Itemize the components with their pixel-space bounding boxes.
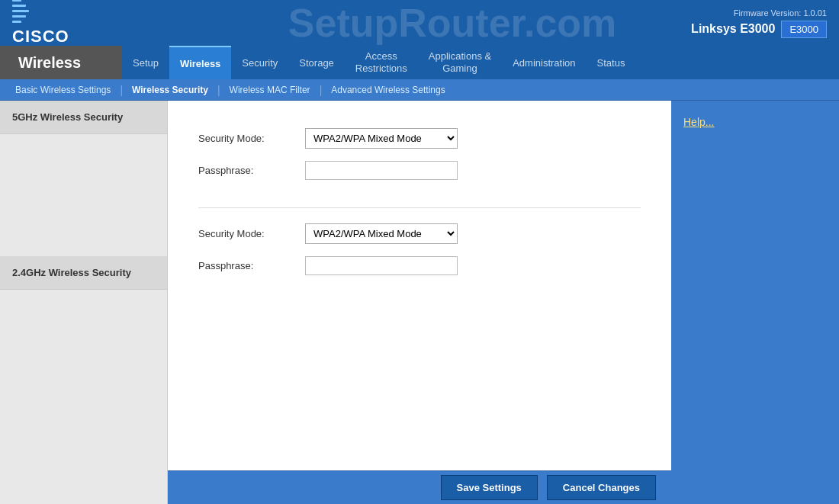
tab-applications-gaming[interactable]: Applications &Gaming <box>418 46 502 79</box>
form-area: Security Mode: Disabled WPA Personal WPA… <box>168 101 671 470</box>
device-model: E3000 <box>781 21 827 38</box>
form-row-passphrase-24ghz: Passphrase: <box>198 256 641 275</box>
tab-setup[interactable]: Setup <box>122 46 169 79</box>
security-mode-select-24ghz[interactable]: Disabled WPA Personal WPA2 Personal WPA2… <box>305 223 458 244</box>
cisco-logo: CISCO <box>12 0 69 47</box>
content: Security Mode: Disabled WPA Personal WPA… <box>168 101 671 504</box>
tab-administration[interactable]: Administration <box>502 46 586 79</box>
help-panel: Help... <box>671 101 839 504</box>
page-title: Wireless <box>0 46 122 79</box>
sub-nav: Basic Wireless Settings | Wireless Secur… <box>0 79 839 101</box>
nav-row: Wireless Setup Wireless Security Storage… <box>0 46 839 79</box>
tab-status[interactable]: Status <box>587 46 636 79</box>
cisco-bar-3 <box>12 15 26 18</box>
passphrase-label-5ghz: Passphrase: <box>198 165 305 176</box>
cisco-bars-icon <box>12 0 29 24</box>
watermark: SetupRouter.com <box>288 0 617 46</box>
cisco-bar-0 <box>12 0 21 2</box>
footer: Save Settings Cancel Changes <box>168 470 671 504</box>
tab-security[interactable]: Security <box>231 46 288 79</box>
cisco-bar-2 <box>12 10 29 12</box>
cisco-bar-1 <box>12 5 26 7</box>
security-mode-select-5ghz[interactable]: Disabled WPA Personal WPA2 Personal WPA2… <box>305 128 458 149</box>
header: CISCO SetupRouter.com Firmware Version: … <box>0 0 839 46</box>
sidebar-item-5ghz[interactable]: 5GHz Wireless Security <box>0 101 167 134</box>
sidebar: 5GHz Wireless Security 2.4GHz Wireless S… <box>0 101 168 504</box>
sidebar-item-24ghz[interactable]: 2.4GHz Wireless Security <box>0 256 167 290</box>
cancel-changes-button[interactable]: Cancel Changes <box>547 475 656 500</box>
header-right: Firmware Version: 1.0.01 Linksys E3000 E… <box>691 8 827 38</box>
passphrase-label-24ghz: Passphrase: <box>198 260 305 271</box>
tab-storage[interactable]: Storage <box>288 46 345 79</box>
cisco-logo-text: CISCO <box>12 27 69 47</box>
help-link[interactable]: Help... <box>683 116 714 128</box>
subnav-wireless-security[interactable]: Wireless Security <box>123 85 217 95</box>
tab-wireless[interactable]: Wireless <box>169 46 231 79</box>
main: 5GHz Wireless Security 2.4GHz Wireless S… <box>0 101 839 504</box>
passphrase-input-24ghz[interactable] <box>305 256 458 275</box>
nav-tabs: Setup Wireless Security Storage AccessRe… <box>122 46 839 79</box>
subnav-advanced-wireless[interactable]: Advanced Wireless Settings <box>322 85 454 95</box>
security-mode-label-24ghz: Security Mode: <box>198 228 305 239</box>
firmware-version: Firmware Version: 1.0.01 <box>734 8 827 18</box>
section-24ghz: Security Mode: Disabled WPA Personal WPA… <box>198 223 641 303</box>
tab-access-restrictions[interactable]: AccessRestrictions <box>345 46 418 79</box>
form-row-passphrase-5ghz: Passphrase: <box>198 161 641 180</box>
subnav-basic-wireless[interactable]: Basic Wireless Settings <box>6 85 120 95</box>
cisco-bar-4 <box>12 21 21 23</box>
device-info: Linksys E3000 E3000 <box>691 21 827 38</box>
passphrase-input-5ghz[interactable] <box>305 161 458 180</box>
device-name: Linksys E3000 <box>691 22 775 36</box>
form-row-security-mode-5ghz: Security Mode: Disabled WPA Personal WPA… <box>198 128 641 149</box>
subnav-mac-filter[interactable]: Wireless MAC Filter <box>220 85 320 95</box>
save-settings-button[interactable]: Save Settings <box>441 475 538 500</box>
section-5ghz: Security Mode: Disabled WPA Personal WPA… <box>198 128 641 208</box>
form-row-security-mode-24ghz: Security Mode: Disabled WPA Personal WPA… <box>198 223 641 244</box>
security-mode-label-5ghz: Security Mode: <box>198 133 305 144</box>
